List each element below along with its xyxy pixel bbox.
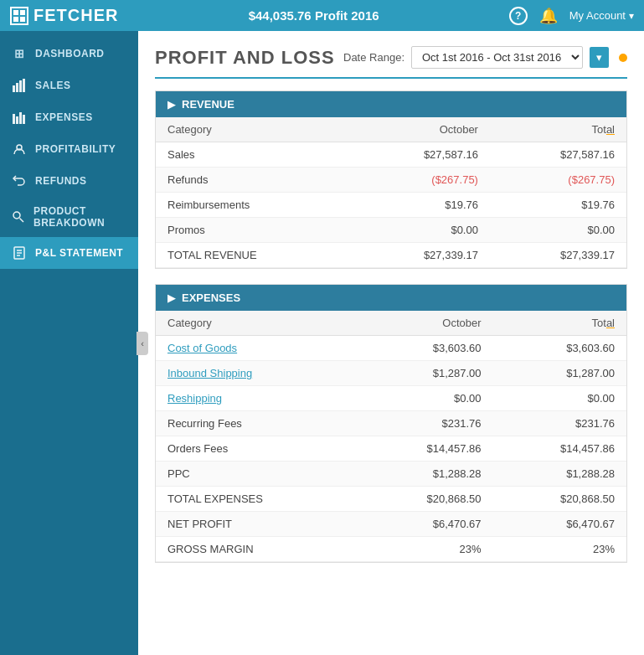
gross-margin-label: GROSS MARGIN	[156, 537, 359, 562]
expenses-total: $1,288.28	[493, 462, 626, 487]
sales-icon	[12, 78, 27, 93]
expenses-section-title: EXPENSES	[182, 291, 240, 304]
product-breakdown-icon	[12, 209, 25, 224]
pl-statement-icon	[12, 245, 27, 260]
logo-text: FETCHER	[33, 6, 118, 25]
expenses-october: $1,287.00	[359, 361, 492, 386]
help-icon[interactable]: ?	[509, 7, 528, 25]
sidebar-item-pl-statement-label: P&L STATEMENT	[35, 247, 123, 259]
expenses-section: ▶ EXPENSES Category October Total Cost o…	[155, 284, 627, 563]
expenses-category[interactable]: Cost of Goods	[156, 336, 359, 361]
revenue-col-total: Total	[490, 117, 626, 142]
sidebar-item-expenses-label: EXPENSES	[35, 111, 93, 123]
profitability-icon	[12, 142, 27, 157]
page-title: PROFIT AND LOSS	[155, 47, 335, 69]
revenue-section-header: ▶ REVENUE	[156, 91, 626, 117]
svg-rect-5	[16, 116, 18, 124]
expenses-category[interactable]: Reshipping	[156, 386, 359, 411]
svg-rect-3	[23, 79, 25, 92]
sidebar-toggle[interactable]: ‹	[137, 332, 148, 355]
expenses-total: $3,603.60	[493, 336, 626, 361]
expenses-row[interactable]: Reshipping $0.00 $0.00	[156, 386, 626, 411]
svg-line-10	[20, 219, 24, 223]
net-profit-label: NET PROFIT	[156, 512, 359, 537]
revenue-total-label: TOTAL REVENUE	[156, 243, 353, 268]
expenses-category-link[interactable]: Inbound Shipping	[167, 367, 252, 379]
revenue-row: Reimbursements $19.76 $19.76	[156, 193, 626, 218]
expenses-row[interactable]: Cost of Goods $3,603.60 $3,603.60	[156, 336, 626, 361]
revenue-october: $0.00	[353, 218, 490, 243]
svg-rect-7	[23, 115, 25, 124]
expenses-section-header: ▶ EXPENSES	[156, 285, 626, 311]
expenses-arrow-icon: ▶	[167, 292, 175, 304]
sidebar-item-product-breakdown[interactable]: PRODUCT BREAKDOWN	[0, 197, 138, 237]
date-range-select[interactable]: Oct 1st 2016 - Oct 31st 2016	[411, 46, 583, 69]
gross-margin-total: 23%	[493, 537, 626, 562]
sidebar-item-dashboard[interactable]: ⊞ DASHBOARD	[0, 38, 138, 70]
dashboard-icon: ⊞	[12, 46, 27, 61]
sidebar-item-sales[interactable]: SALES	[0, 70, 138, 101]
revenue-col-category: Category	[156, 117, 353, 142]
expenses-row[interactable]: Inbound Shipping $1,287.00 $1,287.00	[156, 361, 626, 386]
svg-rect-2	[19, 80, 22, 92]
revenue-row: Promos $0.00 $0.00	[156, 218, 626, 243]
expenses-total-total: $20,868.50	[493, 487, 626, 512]
expenses-row: Recurring Fees $231.76 $231.76	[156, 411, 626, 436]
app-header: FETCHER $44,035.76 Profit 2016 ? 🔔 My Ac…	[0, 0, 644, 31]
revenue-arrow-icon: ▶	[167, 99, 175, 111]
expenses-category: PPC	[156, 462, 359, 487]
sidebar-item-pl-statement[interactable]: P&L STATEMENT	[0, 237, 138, 269]
expenses-total: $1,287.00	[493, 361, 626, 386]
bell-icon[interactable]: 🔔	[539, 7, 558, 25]
expenses-category: Recurring Fees	[156, 411, 359, 436]
revenue-col-october: October	[353, 117, 490, 142]
expenses-total-row: TOTAL EXPENSES $20,868.50 $20,868.50	[156, 487, 626, 512]
logo: FETCHER	[10, 6, 118, 25]
sidebar-item-profitability-label: PROFITABILITY	[35, 143, 116, 155]
revenue-section: ▶ REVENUE Category October Total Sales $…	[155, 90, 627, 269]
revenue-october: ($267.75)	[353, 168, 490, 193]
revenue-section-title: REVENUE	[182, 98, 234, 111]
expenses-col-october: October	[359, 311, 492, 336]
header-profit: $44,035.76 Profit 2016	[249, 8, 379, 23]
sidebar-item-profitability[interactable]: PROFITABILITY	[0, 133, 138, 165]
revenue-total-row: TOTAL REVENUE $27,339.17 $27,339.17	[156, 243, 626, 268]
my-account-menu[interactable]: My Account	[569, 9, 634, 22]
revenue-total: ($267.75)	[490, 168, 626, 193]
logo-icon	[10, 7, 28, 25]
expenses-october: $14,457.86	[359, 436, 492, 462]
revenue-row: Refunds ($267.75) ($267.75)	[156, 168, 626, 193]
revenue-total: $27,587.16	[490, 142, 626, 168]
expenses-october: $3,603.60	[359, 336, 492, 361]
expenses-category: Orders Fees	[156, 436, 359, 462]
revenue-category: Sales	[156, 142, 353, 168]
expenses-total-label: TOTAL EXPENSES	[156, 487, 359, 512]
expenses-total-october: $20,868.50	[359, 487, 492, 512]
date-range-dropdown-btn[interactable]: ▾	[590, 47, 609, 68]
orange-indicator	[619, 54, 627, 62]
svg-rect-6	[19, 112, 22, 124]
chevron-down-icon	[629, 9, 634, 22]
revenue-row: Sales $27,587.16 $27,587.16	[156, 142, 626, 168]
sidebar-item-expenses[interactable]: EXPENSES	[0, 101, 138, 133]
expenses-category-link[interactable]: Reshipping	[167, 392, 222, 405]
page-header: PROFIT AND LOSS Date Range: Oct 1st 2016…	[155, 46, 627, 79]
sidebar-item-refunds-label: REFUNDS	[35, 175, 87, 187]
sidebar-item-dashboard-label: DASHBOARD	[35, 48, 105, 59]
expenses-category[interactable]: Inbound Shipping	[156, 361, 359, 386]
expenses-table: Category October Total Cost of Goods $3,…	[156, 311, 626, 562]
revenue-october: $27,587.16	[353, 142, 490, 168]
net-profit-total: $6,470.67	[493, 512, 626, 537]
expenses-icon	[12, 110, 27, 125]
svg-rect-0	[13, 85, 15, 92]
my-account-label: My Account	[569, 9, 626, 22]
revenue-total: $19.76	[490, 193, 626, 218]
expenses-category-link[interactable]: Cost of Goods	[167, 342, 237, 354]
svg-point-9	[13, 212, 20, 219]
revenue-total: $0.00	[490, 218, 626, 243]
revenue-total-total: $27,339.17	[490, 243, 626, 268]
sidebar-item-refunds[interactable]: REFUNDS	[0, 165, 138, 197]
gross-margin-row: GROSS MARGIN 23% 23%	[156, 537, 626, 562]
main-content: PROFIT AND LOSS Date Range: Oct 1st 2016…	[138, 31, 644, 655]
expenses-row: Orders Fees $14,457.86 $14,457.86	[156, 436, 626, 462]
